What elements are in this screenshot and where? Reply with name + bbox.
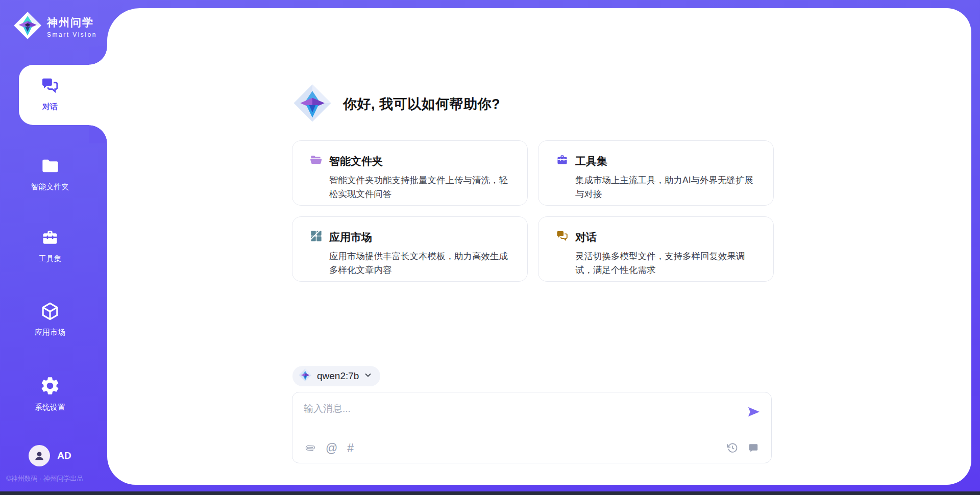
chat-bubbles-icon xyxy=(555,229,569,245)
message-composer: @ # xyxy=(292,392,772,463)
diamond-logo-icon xyxy=(299,368,312,384)
card-desc: 应用市场提供丰富长文本模板，助力高效生成多样化文章内容 xyxy=(309,250,514,277)
card-desc: 灵活切换多模型文件，支持多样回复效果调试，满足个性化需求 xyxy=(555,250,760,277)
card-toolset[interactable]: 工具集 集成市场上主流工具，助力AI与外界无缝扩展与对接 xyxy=(538,140,774,206)
card-smart-folder[interactable]: 智能文件夹 智能文件夹功能支持批量文件上传与清洗，轻松实现文件问答 xyxy=(292,140,528,206)
card-app-market[interactable]: 应用市场 应用市场提供丰富长文本模板，助力高效生成多样化文章内容 xyxy=(292,216,528,282)
sidebar-item-label: 系统设置 xyxy=(35,403,65,412)
card-head: 对话 xyxy=(555,229,760,245)
card-title: 对话 xyxy=(575,230,597,244)
sidebar-item-label: 智能文件夹 xyxy=(31,182,69,192)
comment-icon[interactable] xyxy=(748,442,759,454)
card-desc: 集成市场上主流工具，助力AI与外界无缝扩展与对接 xyxy=(555,174,760,201)
brand-logo: 神州问学 Smart Vision xyxy=(13,11,97,42)
sidebar-item-label: 应用市场 xyxy=(35,328,65,337)
folder-icon xyxy=(40,156,60,178)
brand-diamond-logo-icon xyxy=(293,84,332,125)
paperclip-icon[interactable] xyxy=(305,442,316,454)
main-content: 你好, 我可以如何帮助你? 智能文件夹 智能文件夹功能支持批量文件上传与清洗，轻… xyxy=(292,8,774,485)
sidebar-item-label: 工具集 xyxy=(39,254,62,264)
chat-bubbles-icon xyxy=(40,76,60,98)
message-input[interactable] xyxy=(304,401,722,417)
composer-toolbar: @ # xyxy=(305,433,759,463)
card-head: 工具集 xyxy=(555,153,760,169)
cube-icon xyxy=(40,301,60,324)
avatar xyxy=(29,445,50,466)
model-name: qwen2:7b xyxy=(317,370,359,382)
send-icon[interactable] xyxy=(747,405,761,419)
copyright-text: ©神州数码 · 神州问学出品 xyxy=(6,474,83,483)
sidebar-item-chat[interactable]: 对话 xyxy=(0,76,100,112)
main-panel: 你好, 我可以如何帮助你? 智能文件夹 智能文件夹功能支持批量文件上传与清洗，轻… xyxy=(107,8,971,485)
card-chat[interactable]: 对话 灵活切换多模型文件，支持多样回复效果调试，满足个性化需求 xyxy=(538,216,774,282)
card-desc: 智能文件夹功能支持批量文件上传与清洗，轻松实现文件问答 xyxy=(309,174,514,201)
suggestion-cards: 智能文件夹 智能文件夹功能支持批量文件上传与清洗，轻松实现文件问答 xyxy=(292,140,774,282)
card-title: 应用市场 xyxy=(329,230,372,244)
user-initials: AD xyxy=(57,450,71,461)
model-selector[interactable]: qwen2:7b xyxy=(292,366,380,386)
user-profile[interactable]: AD xyxy=(0,445,100,466)
chevron-down-icon xyxy=(364,371,372,381)
card-title: 工具集 xyxy=(575,154,607,168)
brand-subtitle: Smart Vision xyxy=(47,31,97,38)
greeting-title: 你好, 我可以如何帮助你? xyxy=(343,95,500,113)
app-root: 你好, 我可以如何帮助你? 智能文件夹 智能文件夹功能支持批量文件上传与清洗，轻… xyxy=(0,0,980,495)
mention-icon[interactable]: @ xyxy=(326,442,337,454)
toolbox-icon xyxy=(555,153,569,169)
sidebar: 神州问学 Smart Vision 对话 智能文件夹 xyxy=(0,0,107,495)
sidebar-item-label: 对话 xyxy=(42,102,58,112)
card-head: 应用市场 xyxy=(309,229,514,245)
folder-open-icon xyxy=(309,153,323,169)
bottom-strip xyxy=(0,491,980,495)
greeting-block: 你好, 我可以如何帮助你? xyxy=(293,84,500,125)
diamond-logo-icon xyxy=(13,11,42,42)
toolbox-icon xyxy=(40,228,60,250)
sidebar-item-toolset[interactable]: 工具集 xyxy=(0,228,100,264)
card-head: 智能文件夹 xyxy=(309,153,514,169)
sidebar-item-app-market[interactable]: 应用市场 xyxy=(0,301,100,337)
brand-name: 神州问学 xyxy=(47,15,97,30)
topic-icon[interactable]: # xyxy=(347,442,354,454)
gear-icon xyxy=(39,375,61,399)
history-icon[interactable] xyxy=(727,442,738,454)
sidebar-item-smart-folder[interactable]: 智能文件夹 xyxy=(0,156,100,192)
grid-icon xyxy=(309,229,323,245)
sidebar-item-settings[interactable]: 系统设置 xyxy=(0,375,100,412)
card-title: 智能文件夹 xyxy=(329,154,383,168)
